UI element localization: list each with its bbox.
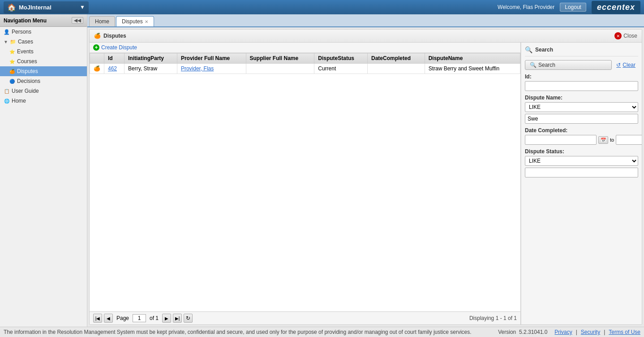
sidebar-item-decisions[interactable]: 🔵 Decisions xyxy=(0,76,87,86)
create-dispute-button[interactable]: + Create Dispute xyxy=(93,44,137,51)
refresh-button[interactable]: ↻ xyxy=(184,314,193,323)
data-table-wrapper: Id InitiatingParty Provider Full Name Su… xyxy=(90,53,520,311)
search-panel-icon: 🔍 xyxy=(525,46,532,53)
footer-disclaimer: The information in the Resolution Manage… xyxy=(4,329,472,335)
cell-provider[interactable]: Provider, Flas xyxy=(177,64,246,74)
security-link[interactable]: Security xyxy=(581,329,600,335)
clear-btn-icon: ↺ xyxy=(616,62,621,68)
date-from-input[interactable] xyxy=(525,135,597,145)
page-number-input[interactable] xyxy=(133,314,146,322)
footer: The information in the Resolution Manage… xyxy=(0,327,644,337)
sidebar-item-label: Cases xyxy=(18,39,33,45)
dispute-name-input[interactable] xyxy=(525,114,638,124)
sidebar-item-events[interactable]: Events xyxy=(0,47,87,56)
content-area: Home Disputes ✕ 🍊 Disputes ✕ Close xyxy=(87,14,644,327)
footer-right: Version 5.2.31041.0 Privacy | Security |… xyxy=(498,329,640,335)
sidebar-item-label: Courses xyxy=(17,58,37,65)
close-page-button[interactable]: ✕ Close xyxy=(614,32,637,39)
disputes-icon: 🍊 xyxy=(9,68,15,74)
home-tab-label: Home xyxy=(95,18,109,25)
sidebar-item-label: Persons xyxy=(12,29,31,35)
clear-button[interactable]: ↺ Clear xyxy=(614,60,638,69)
tab-close-button[interactable]: ✕ xyxy=(145,19,148,24)
app-dropdown-icon[interactable]: ▼ xyxy=(80,4,85,10)
app-title: MoJInternal xyxy=(19,4,52,11)
sidebar-collapse-button[interactable]: ◀◀ xyxy=(72,17,83,24)
dispute-status-input[interactable] xyxy=(525,168,638,177)
page-content: 🍊 Disputes ✕ Close + Create Dispute xyxy=(89,29,642,325)
date-range: 📅 to 📅 xyxy=(525,135,638,145)
sidebar-item-userguide[interactable]: 📋 User Guide xyxy=(0,86,87,96)
logout-button[interactable]: Logout xyxy=(560,3,586,12)
decisions-icon: 🔵 xyxy=(9,78,15,84)
col-date-completed[interactable]: DateCompleted xyxy=(367,53,425,64)
search-panel: 🔍 Search 🔍 Search ↺ Clear xyxy=(521,43,642,324)
disputes-tab-label: Disputes xyxy=(122,18,143,25)
cell-id[interactable]: 462 xyxy=(104,64,125,74)
sidebar-item-home[interactable]: 🌐 Home xyxy=(0,96,87,106)
sidebar-item-label: Disputes xyxy=(17,68,38,74)
col-dispute-name[interactable]: DisputeName xyxy=(425,53,520,64)
dispute-id-link[interactable]: 462 xyxy=(108,65,117,72)
provider-link[interactable]: Provider, Flas xyxy=(181,65,214,72)
sidebar-item-courses[interactable]: Courses xyxy=(0,56,87,66)
privacy-link[interactable]: Privacy xyxy=(554,329,572,335)
dispute-status-field-group: Dispute Status: LIKE EQUALS STARTS WITH … xyxy=(525,148,638,177)
terms-link[interactable]: Terms of Use xyxy=(609,329,640,335)
id-field-group: Id: xyxy=(525,73,638,91)
next-page-button[interactable]: ▶ xyxy=(162,314,171,323)
tab-home[interactable]: Home xyxy=(89,16,115,26)
footer-links: Privacy | Security | Terms of Use xyxy=(554,329,640,335)
header-right: Welcome, Flas Provider Logout eccentex xyxy=(498,1,640,14)
search-action-row: 🔍 Search ↺ Clear xyxy=(525,60,638,70)
cases-icon xyxy=(10,39,16,45)
date-to-input[interactable] xyxy=(616,135,642,145)
dispute-name-label: Dispute Name: xyxy=(525,95,638,101)
search-panel-header: 🔍 Search xyxy=(525,46,638,56)
dispute-name-field-group: Dispute Name: LIKE EQUALS STARTS WITH EN… xyxy=(525,95,638,124)
sidebar: Navigation Menu ◀◀ Persons ▼ Cases Event… xyxy=(0,14,87,327)
create-icon: + xyxy=(93,44,99,51)
main-layout: Navigation Menu ◀◀ Persons ▼ Cases Event… xyxy=(0,14,644,327)
search-button[interactable]: 🔍 Search xyxy=(525,60,612,70)
tab-bar: Home Disputes ✕ xyxy=(87,14,644,27)
tab-disputes[interactable]: Disputes ✕ xyxy=(116,16,154,26)
page-title-text: Disputes xyxy=(103,33,126,39)
col-supplier-full-name[interactable]: Supplier Full Name xyxy=(246,53,314,64)
sidebar-item-label: Decisions xyxy=(17,78,40,84)
date-from-calendar-button[interactable]: 📅 xyxy=(598,136,608,144)
dispute-status-operator-select[interactable]: LIKE EQUALS STARTS WITH ENDS WITH xyxy=(525,156,638,166)
col-id[interactable]: Id xyxy=(104,53,125,64)
date-to-label: to xyxy=(610,137,614,143)
search-btn-icon: 🔍 xyxy=(530,62,537,68)
clear-btn-label: Clear xyxy=(623,62,635,68)
row-icon-cell: 🍊 xyxy=(90,64,104,74)
sidebar-item-label: User Guide xyxy=(12,88,39,94)
persons-icon xyxy=(4,29,10,35)
cell-status: Current xyxy=(314,64,368,74)
cell-date-completed xyxy=(367,64,425,74)
events-icon xyxy=(9,48,15,55)
first-page-button[interactable]: |◀ xyxy=(93,314,102,323)
sidebar-item-persons[interactable]: Persons xyxy=(0,27,87,37)
close-label: Close xyxy=(623,33,637,39)
last-page-button[interactable]: ▶| xyxy=(173,314,182,323)
dispute-name-operator-select[interactable]: LIKE EQUALS STARTS WITH ENDS WITH xyxy=(525,102,638,112)
col-initiating-party[interactable]: InitiatingParty xyxy=(125,53,177,64)
sidebar-item-disputes[interactable]: 🍊 Disputes xyxy=(0,66,87,76)
sidebar-title: Navigation Menu xyxy=(4,17,47,24)
sidebar-item-cases[interactable]: ▼ Cases xyxy=(0,37,87,47)
cell-dispute-name: Straw Berry and Sweet Muffin xyxy=(425,64,520,74)
cell-supplier xyxy=(246,64,314,74)
prev-page-button[interactable]: ◀ xyxy=(104,314,113,323)
id-label: Id: xyxy=(525,73,638,80)
sidebar-item-label: Home xyxy=(12,98,26,104)
id-input[interactable] xyxy=(525,81,638,91)
col-provider-full-name[interactable]: Provider Full Name xyxy=(177,53,246,64)
app-logo: 🏠 MoJInternal ▼ xyxy=(4,1,89,13)
col-dispute-status[interactable]: DisputeStatus xyxy=(314,53,368,64)
footer-version: Version 5.2.31041.0 xyxy=(498,329,547,335)
eccentex-logo: eccentex xyxy=(592,1,640,14)
sidebar-item-label: Events xyxy=(17,48,34,55)
close-icon: ✕ xyxy=(614,32,622,39)
